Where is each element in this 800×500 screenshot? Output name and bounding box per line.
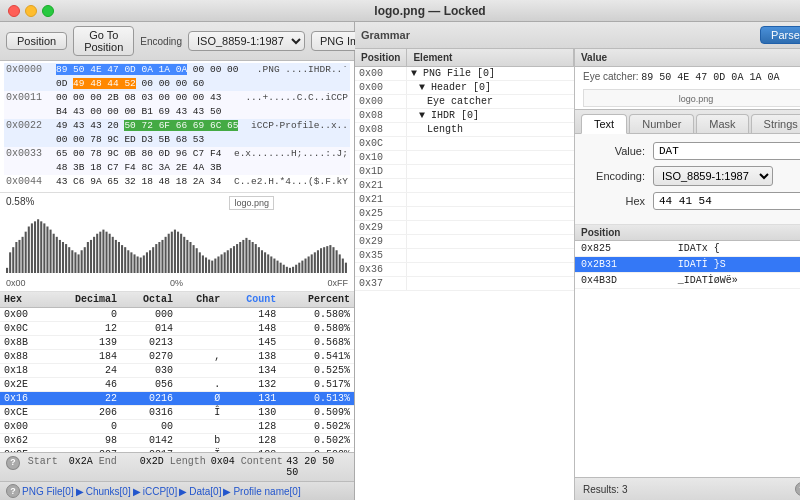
go-to-position-button[interactable]: Go To Position [73, 26, 134, 56]
grammar-label: Grammar [361, 29, 410, 41]
stat-octal: 0216 [121, 392, 177, 406]
histogram-x-start: 0x00 [6, 278, 26, 288]
results-row[interactable]: 0x825 IDATx { [575, 241, 800, 257]
value-input[interactable] [653, 142, 800, 160]
svg-rect-57 [183, 237, 185, 273]
tree-header: Position Element [355, 49, 574, 67]
tree-row-eye-catcher[interactable]: 0x00 Eye catcher [355, 95, 574, 109]
svg-rect-109 [345, 263, 347, 273]
svg-rect-2 [12, 247, 14, 273]
tree-row-37[interactable]: 0x37 [355, 277, 574, 291]
close-button[interactable] [8, 5, 20, 17]
tree-row-35[interactable]: 0x35 [355, 249, 574, 263]
byte-stats-row[interactable]: 0x8B 139 0213 145 0.568% [0, 336, 354, 350]
tab-mask[interactable]: Mask [696, 114, 748, 133]
svg-rect-75 [239, 242, 241, 273]
stat-hex: 0x2E [0, 378, 47, 392]
position-button[interactable]: Position [6, 32, 67, 50]
byte-stats-row[interactable]: 0x16 22 0216 Ø 131 0.513% [0, 392, 354, 406]
svg-rect-19 [65, 244, 67, 273]
stat-count: 145 [224, 336, 280, 350]
bc-item-1[interactable]: Chunks[0] [86, 486, 131, 497]
tree-row-0c[interactable]: 0x0C [355, 137, 574, 151]
svg-rect-10 [37, 219, 39, 273]
svg-rect-74 [236, 244, 238, 273]
tree-row-length[interactable]: 0x08 Length [355, 123, 574, 137]
tab-number[interactable]: Number [629, 114, 694, 133]
byte-stats-row[interactable]: 0x62 98 0142 b 128 0.502% [0, 434, 354, 448]
svg-rect-42 [137, 256, 139, 273]
end-label: End [99, 456, 134, 478]
svg-rect-6 [25, 232, 27, 273]
hex-row[interactable]: 0x0000 89 50 4E 47 0D 0A 1A 0A 00 00 00 … [4, 63, 350, 91]
bc-item-2[interactable]: iCCP[0] [143, 486, 177, 497]
tree-row-21b[interactable]: 0x21 [355, 193, 574, 207]
tab-text[interactable]: Text [581, 114, 627, 134]
stat-char [177, 308, 224, 322]
results-count-label: Results: 3 [583, 484, 627, 495]
byte-stats-row[interactable]: 0x0C 12 014 148 0.580% [0, 322, 354, 336]
results-help-button[interactable]: ? [795, 482, 800, 496]
tree-row-29b[interactable]: 0x29 [355, 235, 574, 249]
traffic-lights [8, 5, 54, 17]
svg-rect-71 [227, 250, 229, 273]
svg-rect-36 [118, 242, 120, 273]
encoding-field-select[interactable]: ISO_8859-1:1987 [653, 166, 773, 186]
tree-row-header[interactable]: 0x00 ▼ Header [0] [355, 81, 574, 95]
result-pos: 0x2B31 [575, 257, 672, 273]
hex-row[interactable]: 0x0033 65 00 78 9C 0B 80 0D 96 C7 F4 48 … [4, 147, 350, 175]
value-area: Value Eye catcher: 89 50 4E 47 0D 0A 1A … [575, 49, 800, 110]
stat-count: 138 [224, 350, 280, 364]
svg-rect-44 [143, 255, 145, 273]
results-count-bar: Results: 3 ? [575, 477, 800, 500]
byte-stats-row[interactable]: 0x18 24 030 134 0.525% [0, 364, 354, 378]
results-row[interactable]: 0x2B31 IDATİ }S [575, 257, 800, 273]
svg-rect-73 [233, 246, 235, 273]
encoding-row: Encoding: ISO_8859-1:1987 [585, 166, 800, 186]
tree-row-36[interactable]: 0x36 [355, 263, 574, 277]
breadcrumb-help[interactable]: ? [6, 484, 20, 498]
tree-row-21a[interactable]: 0x21 [355, 179, 574, 193]
histogram-x-labels: 0x00 0% 0xFF [6, 278, 348, 288]
tree-row-png-file[interactable]: 0x00 ▼ PNG File [0] [355, 67, 574, 81]
svg-rect-107 [339, 254, 341, 273]
parse-button[interactable]: Parse [760, 26, 800, 44]
svg-rect-79 [252, 242, 254, 273]
byte-stats-row[interactable]: 0x00 0 000 148 0.580% [0, 308, 354, 322]
tree-row-10[interactable]: 0x10 [355, 151, 574, 165]
result-content: IDATx { [672, 241, 800, 257]
svg-rect-14 [50, 230, 52, 273]
hex-row[interactable]: 0x0011 00 00 00 2B 08 03 00 00 00 43 B4 … [4, 91, 350, 119]
window-title: logo.png — Locked [68, 4, 792, 18]
svg-rect-7 [28, 227, 30, 274]
stat-char [177, 322, 224, 336]
hex-row[interactable]: 0x0022 49 43 43 20 50 72 6F 66 69 6C 65 … [4, 119, 350, 147]
hex-input[interactable] [653, 192, 800, 210]
bc-item-3[interactable]: Data[0] [189, 486, 221, 497]
col-hex: Hex [0, 292, 47, 308]
help-button[interactable]: ? [6, 456, 20, 470]
eye-catcher-label: Eye catcher: [583, 71, 641, 82]
byte-stats-row[interactable]: 0x2E 46 056 . 132 0.517% [0, 378, 354, 392]
bc-item-0[interactable]: PNG File[0] [22, 486, 74, 497]
hex-rows[interactable]: 0x0000 89 50 4E 47 0D 0A 1A 0A 00 00 00 … [0, 61, 354, 192]
tree-row-ihdr[interactable]: 0x08 ▼ IHDR [0] [355, 109, 574, 123]
hex-row[interactable]: 0x0044 43 C6 9A 65 32 18 48 18 2A 34 09 … [4, 175, 350, 192]
stat-octal: 0142 [121, 434, 177, 448]
byte-stats-row[interactable]: 0x88 184 0270 , 138 0.541% [0, 350, 354, 364]
stat-count: 128 [224, 434, 280, 448]
byte-stats-row[interactable]: 0xCE 206 0316 Î 130 0.509% [0, 406, 354, 420]
maximize-button[interactable] [42, 5, 54, 17]
tree-row-29a[interactable]: 0x29 [355, 221, 574, 235]
byte-stats-row[interactable]: 0x00 0 00 128 0.502% [0, 420, 354, 434]
bc-item-4[interactable]: Profile name[0] [233, 486, 300, 497]
results-row[interactable]: 0x4B3D _IDATİøWë» [575, 273, 800, 289]
minimize-button[interactable] [25, 5, 37, 17]
stat-char: . [177, 378, 224, 392]
tree-row-1d[interactable]: 0x1D [355, 165, 574, 179]
hex-text: C..e2.H.*4...($.F.kY [234, 175, 348, 192]
encoding-select[interactable]: ISO_8859-1:1987 [188, 31, 305, 51]
tab-strings[interactable]: Strings [751, 114, 800, 133]
stat-decimal: 12 [47, 322, 121, 336]
tree-row-25[interactable]: 0x25 [355, 207, 574, 221]
